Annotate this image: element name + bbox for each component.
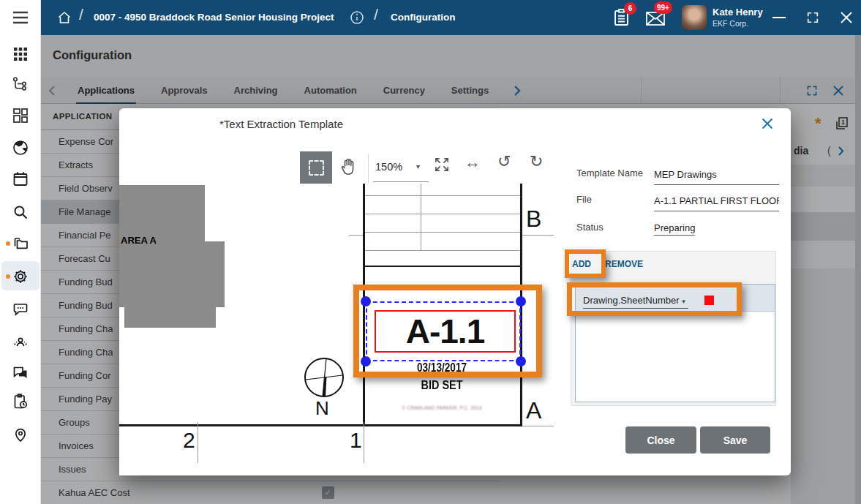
rotate-right-icon[interactable]: ↻ <box>530 152 543 171</box>
sheet-phase: BID SET <box>375 378 509 393</box>
copyright-blurred-text: © CRAIN AND PARKER, P.C. 2014 <box>363 405 521 410</box>
messages-icon[interactable] <box>12 364 29 382</box>
settings-gear-icon[interactable] <box>12 268 29 285</box>
maximize-icon[interactable] <box>806 11 819 24</box>
zoom-level-value[interactable]: 150% <box>375 161 402 173</box>
toolbar-divider <box>368 154 369 183</box>
comment-icon[interactable] <box>12 301 29 318</box>
field-underline <box>654 211 779 211</box>
globe-icon[interactable] <box>12 139 29 157</box>
grid-line <box>349 235 363 236</box>
people-icon[interactable] <box>12 333 29 350</box>
grid-line <box>198 422 198 463</box>
close-window-icon[interactable] <box>840 11 853 24</box>
home-icon[interactable] <box>57 10 72 25</box>
menu-icon[interactable] <box>12 10 29 28</box>
dashboard-icon[interactable] <box>12 107 29 124</box>
dialog-close-icon[interactable] <box>761 117 774 130</box>
grid-line <box>365 232 520 233</box>
grid-line <box>364 422 364 463</box>
select-region-tool-button[interactable] <box>300 151 332 184</box>
search-icon[interactable] <box>12 203 29 221</box>
zoom-dropdown-caret-icon[interactable]: ▾ <box>416 162 420 170</box>
projects-notification-dot <box>6 241 10 246</box>
status-value: Preparing <box>654 222 695 236</box>
top-bar: / 0007 - 4950 Braddock Road Senior Housi… <box>41 0 861 35</box>
user-name[interactable]: Kate Henry <box>713 7 763 18</box>
titleblock-line <box>119 424 522 426</box>
grid-line <box>522 426 554 426</box>
field-underline <box>654 184 779 185</box>
breadcrumb-project[interactable]: 0007 - 4950 Braddock Road Senior Housing… <box>94 12 334 23</box>
remove-field-button[interactable]: REMOVE <box>605 259 643 269</box>
annotation-callout-add <box>565 249 606 278</box>
breadcrumb-separator: / <box>374 6 378 23</box>
grid-line <box>421 184 421 250</box>
template-name-field[interactable]: MEP Drawings <box>654 169 717 180</box>
grid-line <box>522 235 554 236</box>
save-button[interactable]: Save <box>700 426 770 454</box>
titleblock-line <box>363 266 522 267</box>
user-company: EKF Corp. <box>713 19 748 28</box>
workflow-icon[interactable] <box>12 76 29 94</box>
grid-line <box>365 195 520 196</box>
sheet-number-text: A-1.1 <box>406 312 484 351</box>
extraction-region[interactable]: A-1.1 <box>375 310 516 353</box>
fit-width-icon[interactable]: ↔ <box>465 153 481 172</box>
app-window: Configuration Applications Approvals Arc… <box>0 0 861 504</box>
projects-folder-icon[interactable] <box>12 234 29 252</box>
file-field[interactable]: A-1.1 PARTIAL FIRST FLOOR <box>654 195 779 206</box>
area-label: AREA A <box>121 235 157 246</box>
rotate-left-icon[interactable]: ↺ <box>497 152 511 171</box>
floorplan-region <box>119 241 225 307</box>
floorplan-region <box>119 185 205 241</box>
left-sidebar <box>0 0 41 504</box>
selection-handle[interactable] <box>516 356 526 366</box>
info-icon[interactable] <box>350 10 364 25</box>
calendar-icon[interactable] <box>12 170 29 188</box>
minimize-icon[interactable] <box>772 17 786 18</box>
grid-col-label-2: 2 <box>183 428 195 453</box>
pan-hand-tool-button[interactable] <box>339 157 359 178</box>
floorplan-region <box>124 307 216 328</box>
grid-row-label-b: B <box>526 206 541 233</box>
text-extraction-template-dialog: *Text Extraction Template 150% ▾ ↔ ↺ ↻ A… <box>119 108 791 475</box>
status-label: Status <box>576 222 604 233</box>
apps-grid-icon[interactable] <box>12 45 29 63</box>
file-label: File <box>576 194 592 205</box>
north-compass-icon <box>304 356 345 398</box>
mail-badge: 99+ <box>654 1 672 14</box>
breadcrumb-separator: / <box>79 6 83 23</box>
grid-row-label-a: A <box>526 397 541 424</box>
drawing-canvas[interactable]: AREA A B 03/13/2017 BID SET © CRAIN AND … <box>119 184 556 475</box>
location-pin-icon[interactable] <box>12 426 29 443</box>
template-name-label: Template Name <box>576 168 643 178</box>
dialog-title: *Text Extraction Template <box>219 118 343 130</box>
dashed-selection-icon <box>309 160 324 176</box>
tasks-clipboard-icon[interactable] <box>12 393 29 410</box>
north-label: N <box>315 397 328 420</box>
breadcrumb-section[interactable]: Configuration <box>391 12 455 23</box>
fit-to-screen-icon[interactable] <box>432 155 451 174</box>
grid-line <box>365 250 520 251</box>
close-button[interactable]: Close <box>625 426 696 454</box>
grid-col-label-1: 1 <box>350 428 361 453</box>
avatar[interactable] <box>682 5 707 30</box>
selection-handle[interactable] <box>361 356 371 366</box>
tasks-badge: 6 <box>624 2 636 15</box>
selection-handle[interactable] <box>516 296 526 306</box>
selection-handle[interactable] <box>361 296 371 306</box>
zoom-field-underline <box>373 181 429 182</box>
grid-line <box>365 214 520 214</box>
annotation-callout-row <box>567 282 742 316</box>
settings-notification-dot <box>6 274 10 279</box>
